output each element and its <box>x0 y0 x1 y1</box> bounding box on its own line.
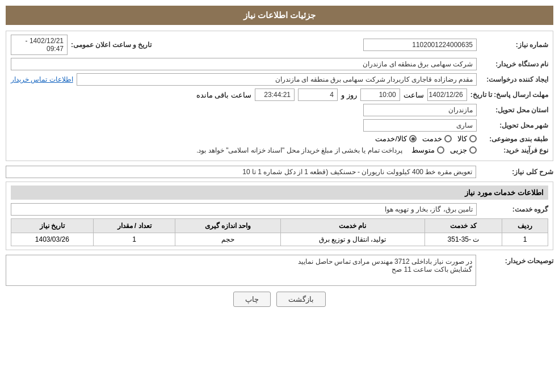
purchase-radio-group: جزیی متوسط <box>411 146 477 154</box>
category-khedmat-label: خدمت <box>422 134 442 143</box>
need-description-value: تعویض مقره خط 400 کیلوولت ناریوران - حسن… <box>6 166 476 178</box>
category-radio-khedmat[interactable] <box>444 135 452 142</box>
need-description-label: شرح کلی نیاز: <box>480 168 553 176</box>
purchase-option-motevaset[interactable]: متوسط <box>411 146 444 154</box>
purchase-radio-jozi[interactable] <box>469 146 477 154</box>
announce-value: 1402/12/21 - 09:47 <box>11 35 68 55</box>
col-unit: واحد اندازه گیری <box>175 219 280 233</box>
purchase-option-jozi[interactable]: جزیی <box>450 146 477 154</box>
purchase-note: پرداخت تمام یا بخشی از مبلغ خریداز محل "… <box>196 146 402 154</box>
requester-label: ایجاد کننده درخواست: <box>480 75 548 83</box>
buyer-org-label: نام دستگاه خریدار: <box>480 60 548 68</box>
category-label: طبقه بندی موضوعی: <box>480 135 548 143</box>
deadline-remaining: 23:44:21 <box>255 88 295 101</box>
row-need-number: شماره نیاز: 1102001224000635 تاریخ و ساع… <box>11 35 548 55</box>
cell-row-num: 1 <box>502 233 548 246</box>
purchase-radio-motevaset[interactable] <box>437 146 444 154</box>
row-province: استان محل تحویل: مازندران <box>11 104 548 116</box>
services-title: اطلاعات خدمات مورد نیاز <box>11 186 548 200</box>
cell-quantity: 1 <box>93 233 175 246</box>
table-header-row: ردیف کد خدمت نام خدمت واحد اندازه گیری ت… <box>11 219 548 233</box>
deadline-date: 1402/12/26 <box>427 88 467 101</box>
row-service-group: گروه خدمت: تامین برق، گاز، بخار و تهویه … <box>11 203 548 216</box>
need-number-label: شماره نیاز: <box>480 41 548 49</box>
province-label: استان محل تحویل: <box>480 106 548 114</box>
category-radio-group: کالا خدمت کالا/خدمت <box>375 134 477 143</box>
cell-service-code: ت -35-351 <box>424 233 502 246</box>
row-purchase-type: نوع فرآیند خرید: جزیی متوسط پرداخت تمام … <box>11 146 548 154</box>
deadline-days: 4 <box>298 88 338 101</box>
cell-unit: حجم <box>175 233 280 246</box>
deadline-time-label: ساعت <box>404 91 424 99</box>
col-service-name: نام خدمت <box>280 219 424 233</box>
page-title: جزئیات اطلاعات نیاز <box>6 6 553 25</box>
contact-link[interactable]: اطلاعات تماس خریدار <box>11 75 73 83</box>
print-button[interactable]: چاپ <box>233 292 271 307</box>
row-city: شهر محل تحویل: ساری <box>11 119 548 132</box>
city-label: شهر محل تحویل: <box>480 121 548 129</box>
deadline-label: مهلت ارسال پاسخ: تا تاریخ: <box>470 91 548 99</box>
row-buyer-org: نام دستگاه خریدار: شرکت سهامی برق منطقه … <box>11 58 548 70</box>
row-category: طبقه بندی موضوعی: کالا خدمت کالا/خدمت <box>11 134 548 143</box>
page-wrapper: جزئیات اطلاعات نیاز شماره نیاز: 11020012… <box>0 0 559 392</box>
col-need-date: تاریخ نیاز <box>11 219 94 233</box>
city-value: ساری <box>363 119 477 132</box>
service-group-value: تامین برق، گاز، بخار و تهویه هوا <box>11 203 477 216</box>
category-option-khedmat[interactable]: خدمت <box>422 134 452 143</box>
main-info-section: شماره نیاز: 1102001224000635 تاریخ و ساع… <box>6 31 553 161</box>
row-requester: ایجاد کننده درخواست: مقدم رضازاده قاجاری… <box>11 73 548 86</box>
row-deadline: مهلت ارسال پاسخ: تا تاریخ: 1402/12/26 سا… <box>11 88 548 101</box>
table-row: 1 ت -35-351 تولید، انتقال و توزیع برق حج… <box>11 233 548 246</box>
buyer-notes-label: توصیحات خریدار: <box>480 255 553 265</box>
services-section: اطلاعات خدمات مورد نیاز گروه خدمت: تامین… <box>6 182 553 250</box>
deadline-time: 10:00 <box>360 88 400 101</box>
button-row: بازگشت چاپ <box>6 292 553 307</box>
col-service-code: کد خدمت <box>424 219 502 233</box>
category-radio-kala-khedmat[interactable] <box>409 135 417 142</box>
announce-label: تاریخ و ساعت اعلان عمومی: <box>71 41 152 49</box>
category-option-kala-khedmat[interactable]: کالا/خدمت <box>375 134 417 143</box>
deadline-day-label: روز و <box>341 91 357 99</box>
buyer-notes-value: در صورت نیاز باداخلی 3712 مهندس مرادی تم… <box>6 255 476 286</box>
category-radio-kala[interactable] <box>469 135 477 142</box>
buyer-org-value: شرکت سهامی برق منطقه ای مازندران <box>11 58 477 70</box>
cell-service-name: تولید، انتقال و توزیع برق <box>280 233 424 246</box>
requester-value: مقدم رضازاده قاجاری کاربردار شرکت سهامی … <box>77 73 477 86</box>
purchase-type-label: نوع فرآیند خرید: <box>480 146 548 154</box>
category-option-kala[interactable]: کالا <box>457 134 477 143</box>
deadline-remaining-label: ساعت باقی مانده <box>196 91 251 99</box>
purchase-jozi-label: جزیی <box>450 146 467 154</box>
col-quantity: تعداد / مقدار <box>93 219 175 233</box>
col-row-num: ردیف <box>502 219 548 233</box>
category-kala-khedmat-label: کالا/خدمت <box>375 134 407 143</box>
service-group-label: گروه خدمت: <box>480 205 548 213</box>
category-kala-label: کالا <box>457 134 467 143</box>
services-table: ردیف کد خدمت نام خدمت واحد اندازه گیری ت… <box>11 218 548 246</box>
cell-need-date: 1403/03/26 <box>11 233 94 246</box>
back-button[interactable]: بازگشت <box>276 292 326 307</box>
purchase-motevaset-label: متوسط <box>411 146 435 154</box>
need-number-value: 1102001224000635 <box>363 39 477 51</box>
row-buyer-notes: توصیحات خریدار: در صورت نیاز باداخلی 371… <box>6 255 553 286</box>
row-need-description: شرح کلی نیاز: تعویض مقره خط 400 کیلوولت … <box>6 166 553 178</box>
province-value: مازندران <box>363 104 477 116</box>
